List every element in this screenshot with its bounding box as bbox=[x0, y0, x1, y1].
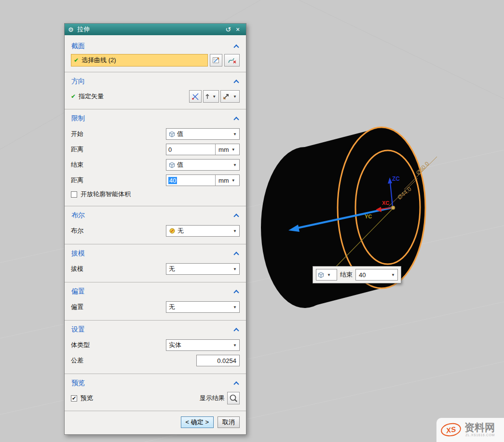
limit-type-dropdown[interactable]: ▼ bbox=[316, 269, 337, 281]
section-group-header[interactable]: 截面 bbox=[71, 40, 240, 54]
offset-value: 无 bbox=[169, 303, 230, 311]
start-unit-dropdown[interactable]: mm ▼ bbox=[215, 144, 239, 155]
curve-rule-button[interactable] bbox=[224, 54, 240, 67]
offset-label: 偏置 bbox=[71, 303, 83, 311]
boolean-dropdown[interactable]: 无 ▼ bbox=[166, 225, 240, 237]
start-mode-dropdown[interactable]: 值 ▼ bbox=[166, 128, 240, 140]
body-type-value: 实体 bbox=[169, 341, 230, 349]
settings-group: 设置 体类型 实体 ▼ 公差 0.0254 bbox=[65, 321, 246, 374]
chevron-down-icon: ▼ bbox=[390, 273, 396, 277]
boolean-label: 布尔 bbox=[71, 227, 83, 235]
up-arrow-icon bbox=[205, 94, 210, 100]
offset-group: 偏置 偏置 无 ▼ bbox=[65, 282, 246, 321]
tolerance-row: 公差 0.0254 bbox=[71, 353, 240, 368]
start-distance-row: 距离 0 mm ▼ bbox=[71, 142, 240, 157]
vector-method-dropdown[interactable]: ▼ bbox=[220, 90, 240, 103]
end-distance-row: 距离 40 mm ▼ bbox=[71, 173, 240, 188]
body-type-dropdown[interactable]: 实体 ▼ bbox=[166, 339, 240, 351]
draft-group-header[interactable]: 拔模 bbox=[71, 247, 240, 261]
collapse-chevron-icon[interactable] bbox=[233, 44, 239, 50]
draft-dropdown[interactable]: 无 ▼ bbox=[166, 263, 240, 275]
end-label: 结束 bbox=[71, 161, 83, 169]
collapse-chevron-icon[interactable] bbox=[233, 80, 239, 85]
show-result-label: 显示结果 bbox=[200, 394, 225, 402]
magnifier-icon bbox=[229, 394, 238, 402]
collapse-chevron-icon[interactable] bbox=[233, 252, 239, 257]
end-distance-input[interactable]: 40 mm ▼ bbox=[166, 174, 240, 186]
end-distance-label: 距离 bbox=[71, 176, 83, 185]
zc-axis-label: ZC bbox=[392, 175, 400, 182]
open-profile-row: 开放轮廓智能体积 bbox=[71, 188, 240, 201]
show-result-button[interactable] bbox=[227, 392, 240, 404]
sketch-section-button[interactable] bbox=[210, 54, 222, 67]
vector-dialog-button[interactable]: ▼ bbox=[203, 90, 219, 103]
watermark-logo-text: XS bbox=[446, 425, 457, 434]
preview-row: ✔ 预览 显示结果 bbox=[71, 391, 240, 405]
offset-dropdown[interactable]: 无 ▼ bbox=[166, 301, 240, 313]
inferred-vector-button[interactable] bbox=[189, 90, 202, 103]
curve-x-icon bbox=[228, 56, 237, 64]
check-icon: ✔ bbox=[74, 57, 79, 64]
open-profile-checkbox[interactable] bbox=[71, 191, 77, 198]
start-distance-label: 距离 bbox=[71, 145, 83, 154]
start-distance-input[interactable]: 0 mm ▼ bbox=[166, 144, 240, 155]
draft-value: 无 bbox=[169, 265, 230, 273]
start-label: 开始 bbox=[71, 130, 83, 138]
limits-group-header[interactable]: 限制 bbox=[71, 112, 240, 126]
settings-group-header[interactable]: 设置 bbox=[71, 323, 240, 337]
preview-group: 预览 ✔ 预览 显示结果 bbox=[65, 374, 246, 411]
boolean-none-icon bbox=[169, 228, 176, 234]
direction-header-label: 方向 bbox=[71, 77, 85, 86]
tolerance-input[interactable]: 0.0254 bbox=[196, 355, 240, 366]
collapse-chevron-icon[interactable] bbox=[233, 290, 239, 295]
cube-icon bbox=[169, 131, 175, 137]
chevron-down-icon: ▼ bbox=[232, 267, 238, 271]
reset-button[interactable]: ↺ bbox=[223, 25, 233, 34]
boolean-group-header[interactable]: 布尔 bbox=[71, 209, 240, 223]
collapse-chevron-icon[interactable] bbox=[233, 214, 239, 219]
preview-checkbox[interactable]: ✔ bbox=[71, 395, 77, 402]
chevron-down-icon: ▼ bbox=[231, 178, 236, 183]
dialog-button-row: < 确定 > 取消 bbox=[65, 411, 246, 434]
preview-group-header[interactable]: 预览 bbox=[71, 376, 240, 391]
draft-group: 拔模 拔模 无 ▼ bbox=[65, 244, 246, 282]
end-mode-dropdown[interactable]: 值 ▼ bbox=[166, 159, 240, 171]
collapse-chevron-icon[interactable] bbox=[233, 381, 239, 387]
specify-vector-row: ✔ 指定矢量 ▼ bbox=[71, 89, 240, 104]
end-distance-value[interactable]: 40 bbox=[168, 177, 177, 184]
watermark-logo: XS bbox=[440, 421, 462, 438]
select-curve-field[interactable]: ✔ 选择曲线 (2) bbox=[71, 54, 208, 67]
close-button[interactable]: × bbox=[233, 25, 243, 34]
offset-group-header[interactable]: 偏置 bbox=[71, 285, 240, 299]
origin-handle[interactable] bbox=[391, 206, 395, 210]
collapse-chevron-icon[interactable] bbox=[233, 328, 239, 333]
cancel-button[interactable]: 取消 bbox=[218, 416, 240, 428]
select-curve-label: 选择曲线 (2) bbox=[82, 56, 116, 65]
dialog-title: 拉伸 bbox=[77, 25, 223, 34]
yc-axis-label: YC bbox=[365, 214, 372, 219]
dialog-titlebar[interactable]: ⚙ 拉伸 ↺ × bbox=[65, 24, 246, 35]
cube-icon bbox=[318, 272, 324, 278]
boolean-value: 无 bbox=[177, 227, 230, 235]
specify-vector-label: 指定矢量 bbox=[79, 92, 104, 101]
chevron-down-icon: ▼ bbox=[232, 343, 238, 348]
chevron-down-icon: ▼ bbox=[232, 229, 238, 233]
end-mode-value: 值 bbox=[177, 161, 230, 169]
start-distance-value[interactable]: 0 bbox=[166, 146, 215, 153]
gear-icon: ⚙ bbox=[68, 26, 74, 33]
settings-header-label: 设置 bbox=[71, 325, 85, 334]
xc-axis-label: XC bbox=[382, 200, 389, 206]
end-unit-dropdown[interactable]: mm ▼ bbox=[215, 175, 239, 186]
boolean-row: 布尔 无 ▼ bbox=[71, 223, 240, 239]
mini-end-value-input[interactable]: 40 ▼ bbox=[355, 269, 398, 281]
mini-end-label: 结束 bbox=[340, 270, 353, 279]
ok-button[interactable]: < 确定 > bbox=[181, 416, 214, 428]
cube-icon bbox=[169, 162, 175, 168]
watermark: XS 资料网 ZL.XS1616.COM bbox=[436, 418, 504, 442]
collapse-chevron-icon[interactable] bbox=[233, 117, 239, 122]
inclined-arrow-icon bbox=[222, 93, 231, 100]
draft-header-label: 拔模 bbox=[71, 249, 85, 258]
direction-group-header[interactable]: 方向 bbox=[71, 75, 240, 89]
tolerance-value: 0.0254 bbox=[217, 357, 236, 364]
chevron-down-icon: ▼ bbox=[232, 94, 238, 99]
